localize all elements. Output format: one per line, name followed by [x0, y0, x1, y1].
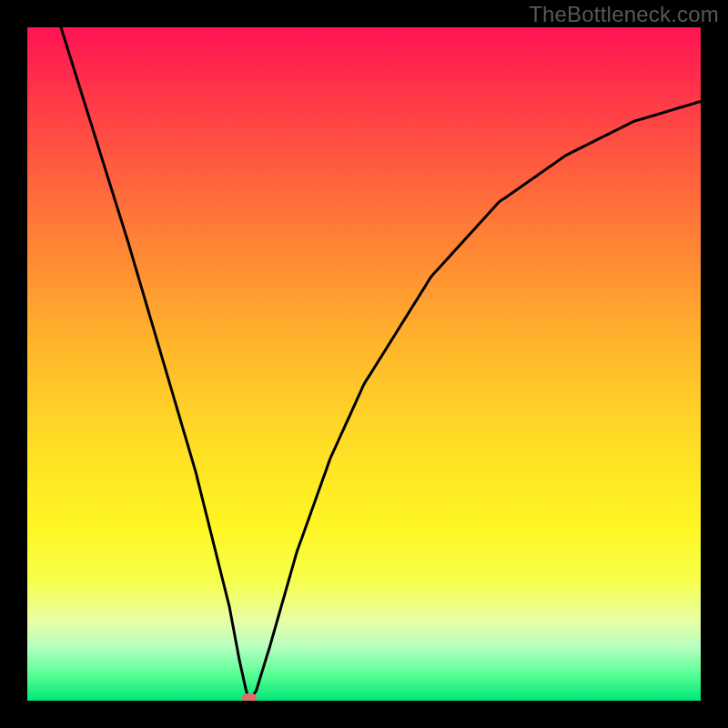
curve-svg — [27, 27, 701, 701]
chart-frame: TheBottleneck.com — [0, 0, 728, 728]
bottleneck-curve — [61, 27, 701, 701]
minimum-marker — [242, 693, 257, 701]
plot-area — [27, 27, 701, 701]
watermark-text: TheBottleneck.com — [529, 2, 719, 27]
